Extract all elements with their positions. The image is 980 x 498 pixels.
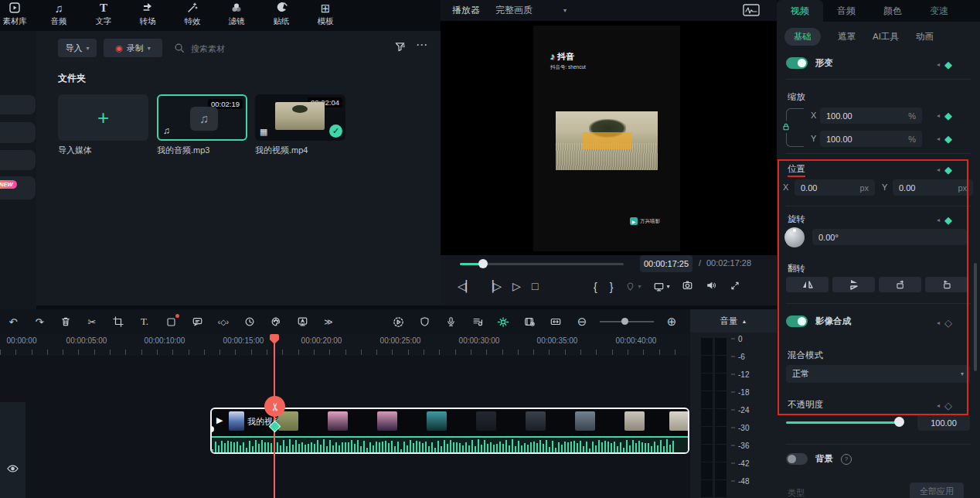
seek-knob[interactable] [478, 259, 488, 268]
more-options-button[interactable]: ⋯ [416, 38, 428, 52]
subtab-ai-tools[interactable]: AI工具 [873, 31, 899, 43]
record-button[interactable]: ◉ 录制▾ [104, 39, 162, 57]
sidebar-item[interactable] [0, 122, 36, 143]
panel-scrollbar[interactable] [974, 263, 977, 371]
more-tools-button[interactable]: ≫ [318, 313, 339, 330]
subtab-mask[interactable]: 遮罩 [838, 31, 856, 43]
voiceover-mic-button[interactable] [441, 313, 461, 330]
prev-frame-button[interactable]: ◁▏ [458, 280, 475, 292]
media-item-video[interactable]: 00:02:04 ▦ ✓ [255, 94, 345, 141]
scale-y-input[interactable]: 100.00% [820, 131, 922, 147]
text-tool-button[interactable]: T. [134, 313, 155, 330]
zoom-out-button[interactable]: ⊖ [572, 313, 592, 330]
position-keyframe[interactable]: ◂◆ [937, 164, 952, 176]
color-palette-button[interactable] [266, 313, 286, 330]
fit-timeline-button[interactable] [546, 313, 566, 330]
marker-button[interactable]: ▾ [625, 281, 641, 292]
tab-text[interactable]: T 文字 [87, 2, 121, 30]
tab-stickers[interactable]: 贴纸 [264, 2, 298, 30]
search-box[interactable]: 搜索素材 [174, 39, 367, 58]
video-canvas[interactable]: ♪ 抖音 抖音号: shencut ▶ 万兴喵影 [533, 26, 680, 251]
position-x-input[interactable]: 0.00px [795, 179, 875, 196]
shield-button[interactable] [414, 313, 434, 330]
play-button[interactable]: ▷ [512, 280, 521, 292]
flip-vertical-button[interactable] [832, 277, 875, 292]
keyframe-button[interactable]: ‹◇› [213, 313, 233, 330]
scale-x-input[interactable]: 100.00% [820, 107, 922, 124]
opacity-slider[interactable] [786, 421, 900, 424]
tab-filters[interactable]: 滤镜 [219, 2, 254, 30]
smart-edit-button[interactable] [493, 313, 513, 330]
waveform-monitor-button[interactable] [743, 4, 760, 18]
volume-header[interactable]: 音量 ▲ [690, 309, 777, 333]
auto-caption-button[interactable] [292, 313, 312, 330]
flip-horizontal-button[interactable] [786, 277, 829, 292]
apply-all-button[interactable]: 全部应用 [910, 483, 964, 498]
tab-transition[interactable]: 转场 [131, 2, 165, 30]
compositing-toggle[interactable] [786, 316, 808, 327]
sidebar-item[interactable]: NEW [0, 176, 36, 200]
render-preview-button[interactable] [388, 313, 408, 330]
lock-icon[interactable] [780, 121, 792, 133]
timeline-ruler[interactable]: 00:00:00 00:00:05:00 00:00:10:00 00:00:1… [0, 334, 690, 356]
tab-speed[interactable]: 变速 [916, 0, 962, 22]
quality-dropdown[interactable]: 完整画质▾ [495, 4, 567, 17]
delete-button[interactable] [56, 313, 76, 330]
rotate-dial[interactable] [784, 227, 805, 247]
media-item-audio[interactable]: 00:02:19 ♫ ♫ [157, 94, 247, 141]
stop-button[interactable]: □ [532, 280, 538, 292]
subtab-animation[interactable]: 动画 [916, 31, 936, 43]
import-button[interactable]: 导入▾ [58, 39, 97, 57]
opacity-keyframe[interactable]: ◂◇ [937, 400, 952, 411]
opacity-slider-knob[interactable] [894, 417, 904, 427]
mark-out-button[interactable]: } [610, 281, 614, 293]
subtab-basic[interactable]: 基础 [784, 28, 821, 46]
volume-button[interactable] [706, 280, 717, 293]
rotate-input[interactable]: 0.00° [812, 229, 967, 245]
rotate-cw-button[interactable] [879, 277, 921, 292]
scale-x-keyframe[interactable]: ◂◆ [937, 110, 952, 121]
scale-y-keyframe[interactable]: ◂◆ [937, 133, 952, 145]
timeline-zoom-slider[interactable] [600, 321, 654, 322]
fullscreen-button[interactable] [730, 281, 740, 293]
tab-color[interactable]: 颜色 [869, 0, 916, 22]
rotate-keyframe[interactable]: ◂◆ [937, 214, 952, 226]
mask-tool-button[interactable] [161, 313, 181, 330]
filter-button[interactable] [394, 41, 406, 54]
blend-mode-dropdown[interactable]: 正常▾ [786, 365, 970, 383]
clip-play-icon[interactable]: ▶ [216, 415, 223, 425]
compositing-keyframe[interactable]: ◂◇ [937, 317, 952, 329]
speech-to-text-button[interactable] [187, 313, 207, 330]
track1-visibility-eye-icon[interactable] [7, 464, 19, 475]
timeline-clip-video[interactable]: ▶ 我的视频 [210, 408, 689, 454]
crop-button[interactable] [108, 313, 128, 330]
mark-in-button[interactable]: { [594, 281, 597, 293]
snapshot-button[interactable] [682, 280, 693, 293]
preview-quality-button[interactable] [519, 313, 539, 330]
playhead-split-scissors-button[interactable]: ✂ [264, 396, 285, 417]
tab-templates[interactable]: ⊞ 模板 [308, 2, 342, 30]
position-y-input[interactable]: 0.00px [893, 179, 973, 196]
sidebar-item[interactable] [0, 150, 36, 170]
rotate-ccw-button[interactable] [925, 277, 968, 292]
next-frame-button[interactable]: ▕▷ [485, 280, 502, 292]
help-icon[interactable]: ? [841, 454, 852, 465]
import-media-tile[interactable]: + [58, 94, 148, 141]
transform-keyframe[interactable]: ◂◆ [937, 59, 952, 70]
transform-toggle[interactable] [786, 57, 808, 69]
tab-video[interactable]: 视频 [777, 0, 823, 22]
speed-button[interactable] [240, 313, 260, 330]
sidebar-item[interactable] [0, 95, 36, 114]
clip-left-handle[interactable] [210, 426, 214, 432]
tab-media-library[interactable]: 素材库 [0, 2, 32, 30]
tab-audio-props[interactable]: 音频 [823, 0, 869, 22]
display-mode-button[interactable]: ▾ [653, 281, 669, 292]
audio-mixer-button[interactable] [467, 313, 487, 330]
redo-button[interactable]: ↷ [29, 313, 49, 330]
tab-effects[interactable]: 特效 [175, 2, 209, 30]
tab-audio[interactable]: ♫ 音频 [42, 2, 76, 30]
split-button[interactable]: ✂ [82, 313, 102, 330]
opacity-value[interactable]: 100.00 [917, 414, 970, 431]
zoom-in-button[interactable]: ⊕ [662, 313, 682, 330]
background-toggle[interactable] [786, 453, 808, 465]
